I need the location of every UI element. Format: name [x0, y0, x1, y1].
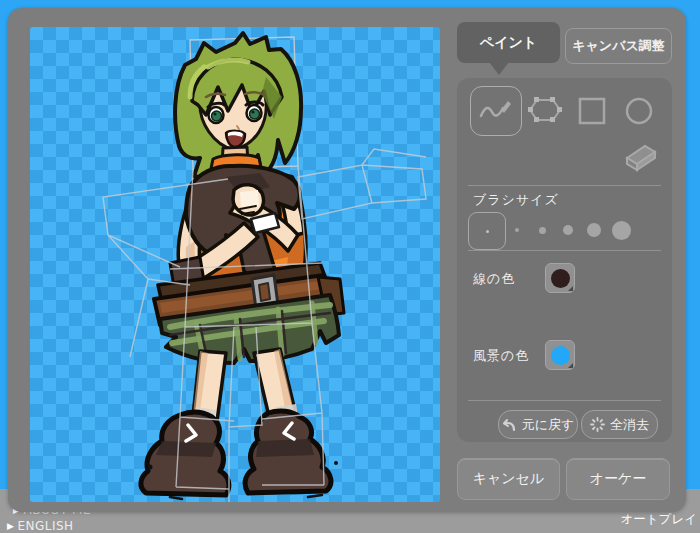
eraser-icon: [617, 140, 659, 174]
polygon-icon: [527, 92, 563, 128]
clear-all-button[interactable]: 全消去: [581, 410, 658, 439]
dropdown-corner-icon: [568, 286, 573, 291]
drawing-canvas[interactable]: [30, 27, 440, 502]
rectangle-tool-button[interactable]: [577, 96, 607, 130]
character-artwork: [30, 27, 440, 502]
brush-dot: [486, 230, 489, 233]
brush-size-label: ブラシサイズ: [473, 191, 559, 209]
scenery-color-label: 風景の色: [473, 347, 529, 365]
tab-paint[interactable]: ペイント: [457, 22, 560, 63]
autoplay-button[interactable]: オートプレイ: [621, 511, 697, 528]
line-color-swatch[interactable]: [545, 263, 575, 293]
ok-button[interactable]: オーケー: [566, 458, 670, 500]
tool-panel: ブラシサイズ 線の色 風景の色 元に戻す: [457, 78, 672, 442]
paint-dialog: ペイント キャンバス調整: [8, 8, 686, 512]
tab-canvas-adjust[interactable]: キャンバス調整: [565, 28, 672, 64]
brush-size-smallest-selected[interactable]: [468, 212, 506, 250]
undo-label: 元に戻す: [522, 416, 575, 434]
divider: [468, 185, 661, 186]
brush-size-1[interactable]: [515, 228, 519, 232]
pen-tool-button[interactable]: [477, 94, 513, 132]
dropdown-corner-icon: [568, 363, 573, 368]
divider: [468, 250, 661, 251]
brush-size-3[interactable]: [563, 225, 573, 235]
brush-size-5[interactable]: [612, 221, 631, 240]
polygon-tool-button[interactable]: [527, 92, 563, 132]
tab-paint-pointer: [489, 62, 509, 75]
cancel-button[interactable]: キャンセル: [457, 458, 560, 500]
sparkle-burst-icon: [590, 417, 605, 432]
scenery-color-circle: [551, 346, 570, 365]
eraser-tool-button[interactable]: [617, 140, 659, 178]
divider: [468, 400, 661, 401]
undo-button[interactable]: 元に戻す: [498, 410, 578, 439]
triangle-bullet-icon: ▶: [7, 521, 14, 531]
clear-all-label: 全消去: [610, 416, 649, 434]
line-color-label: 線の色: [473, 270, 515, 288]
brush-size-2[interactable]: [539, 227, 546, 234]
circle-tool-button[interactable]: [624, 96, 654, 130]
undo-arrow-icon: [502, 418, 517, 432]
english-link[interactable]: ▶ ENGLISH: [7, 519, 74, 533]
circle-icon: [624, 96, 654, 126]
line-color-circle: [551, 269, 570, 288]
rectangle-icon: [577, 96, 607, 126]
brush-size-4[interactable]: [587, 223, 601, 237]
scenery-color-swatch[interactable]: [545, 340, 575, 370]
english-label: ENGLISH: [17, 519, 73, 533]
pen-icon: [477, 94, 513, 128]
